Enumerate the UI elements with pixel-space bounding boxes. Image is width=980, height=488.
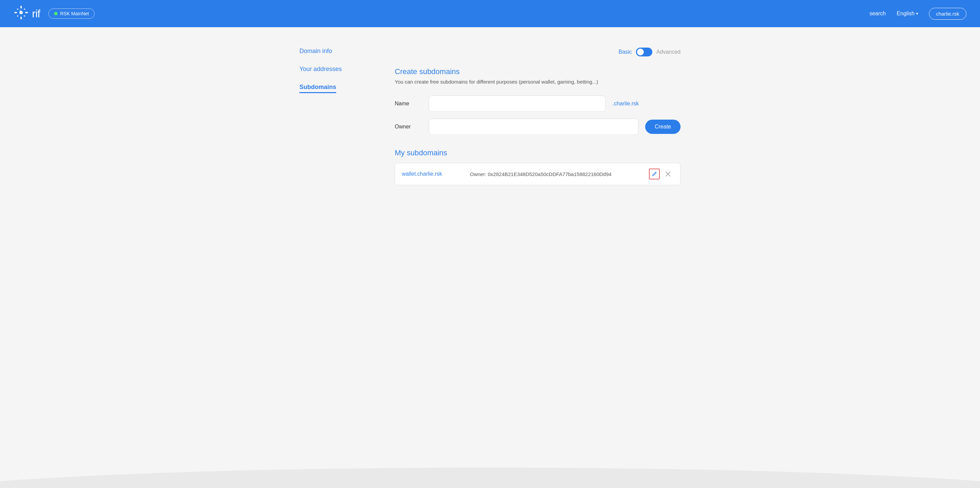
view-toggle-row: Basic Advanced: [395, 48, 681, 56]
svg-rect-3: [25, 12, 28, 13]
chevron-down-icon: ▾: [916, 11, 918, 16]
sidebar-item-your-addresses[interactable]: Your addresses: [299, 66, 368, 73]
owner-form-row: Owner Create: [395, 119, 681, 135]
network-status-dot: [54, 12, 57, 15]
svg-rect-7: [17, 15, 18, 17]
owner-input[interactable]: [429, 119, 638, 135]
name-input[interactable]: [429, 95, 606, 112]
main-container: Domain info Your addresses Subdomains Ba…: [286, 27, 694, 488]
search-link[interactable]: search: [869, 11, 886, 17]
svg-rect-1: [21, 17, 22, 19]
sidebar-item-subdomains[interactable]: Subdomains: [299, 84, 336, 93]
header-right: search English ▾ charlie.rsk: [869, 8, 966, 20]
rif-logo-icon: [14, 5, 29, 22]
view-toggle-switch[interactable]: [636, 48, 652, 56]
toggle-knob: [637, 49, 644, 55]
subdomain-list-item: wallet.charlie.rsk Owner: 0x2824B21E348D…: [395, 163, 681, 185]
logo-text: rif: [32, 8, 40, 20]
create-subdomains-title: Create subdomains: [395, 67, 681, 76]
create-subdomains-desc: You can create free subdomains for diffe…: [395, 79, 681, 85]
subdomain-actions: [649, 168, 673, 179]
network-badge[interactable]: RSK MainNet: [48, 8, 95, 19]
delete-subdomain-button[interactable]: [662, 168, 673, 179]
domain-suffix: .charlie.rsk: [612, 101, 639, 107]
language-label: English: [897, 11, 914, 17]
language-selector[interactable]: English ▾: [897, 11, 918, 17]
name-label: Name: [395, 101, 422, 107]
basic-label: Basic: [619, 49, 632, 55]
name-form-row: Name .charlie.rsk: [395, 95, 681, 112]
header-left: rif RSK MainNet: [14, 5, 95, 22]
svg-rect-4: [17, 8, 18, 10]
svg-rect-0: [21, 6, 22, 8]
svg-rect-6: [24, 8, 25, 10]
sidebar-item-domain-info[interactable]: Domain info: [299, 48, 368, 55]
logo: rif: [14, 5, 40, 22]
svg-point-10: [0, 467, 980, 488]
svg-rect-9: [20, 10, 21, 12]
create-button[interactable]: Create: [645, 120, 681, 134]
svg-rect-5: [24, 15, 25, 17]
header: rif RSK MainNet search English ▾ charlie…: [0, 0, 980, 27]
sidebar: Domain info Your addresses Subdomains: [299, 48, 368, 474]
user-domain-button[interactable]: charlie.rsk: [929, 8, 966, 20]
network-label: RSK MainNet: [60, 11, 89, 16]
content-area: Basic Advanced Create subdomains You can…: [395, 48, 681, 474]
svg-rect-2: [14, 12, 17, 13]
subdomain-owner: Owner: 0x2824B21E348D520a50cDDFA77ba1588…: [470, 171, 649, 177]
edit-subdomain-button[interactable]: [649, 168, 660, 179]
my-subdomains-title: My subdomains: [395, 149, 681, 157]
owner-label: Owner: [395, 124, 422, 130]
advanced-label: Advanced: [656, 49, 681, 55]
bottom-wave-decoration: [0, 447, 980, 488]
subdomain-name[interactable]: wallet.charlie.rsk: [402, 171, 470, 177]
